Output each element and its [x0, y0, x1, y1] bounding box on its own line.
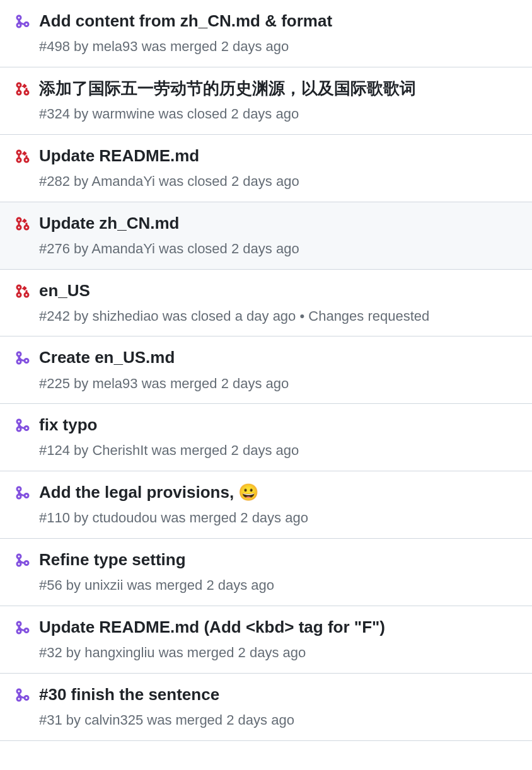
pr-time: 2 days ago — [221, 376, 289, 391]
pr-number[interactable]: #276 — [39, 241, 70, 256]
pr-time: 2 days ago — [226, 712, 294, 728]
pull-request-item[interactable]: Update README.md#282 by AmandaYi was clo… — [0, 135, 532, 202]
pull-request-content: Update README.md (Add <kbd> tag for "F")… — [39, 616, 522, 663]
git-merge-icon — [15, 687, 30, 703]
pull-request-content: en_US#242 by shizhediao was closed a day… — [39, 280, 522, 326]
pull-request-title[interactable]: 添加了国际五一劳动节的历史渊源，以及国际歌歌词 — [39, 78, 522, 100]
svg-point-17 — [25, 359, 28, 363]
svg-point-15 — [17, 352, 21, 356]
pull-request-meta: #498 by mela93 was merged 2 days ago — [39, 37, 522, 57]
pull-request-list: Add content from zh_CN.md & format#498 b… — [0, 0, 532, 741]
svg-point-23 — [25, 494, 28, 498]
svg-point-9 — [17, 218, 21, 222]
pull-request-title[interactable]: Add the legal provisions, 😀 — [39, 481, 522, 503]
pull-request-item[interactable]: #30 finish the sentence#31 by calvin325 … — [0, 674, 532, 741]
git-merge-icon — [15, 418, 30, 433]
svg-point-20 — [25, 427, 28, 430]
pr-number[interactable]: #31 — [39, 712, 62, 728]
pull-request-title[interactable]: fix typo — [39, 414, 522, 436]
pr-author[interactable]: unixzii — [84, 577, 123, 593]
pr-author[interactable]: calvin325 — [84, 712, 143, 728]
pull-request-item[interactable]: Add content from zh_CN.md & format#498 b… — [0, 0, 532, 67]
pr-number[interactable]: #124 — [39, 442, 70, 458]
svg-point-8 — [25, 158, 28, 162]
pull-request-title[interactable]: Refine type setting — [39, 549, 522, 571]
pull-request-item[interactable]: Update README.md (Add <kbd> tag for "F")… — [0, 606, 532, 674]
pull-request-content: Refine type setting#56 by unixzii was me… — [39, 549, 522, 595]
pr-time: 2 days ago — [238, 645, 306, 660]
pr-number[interactable]: #225 — [39, 376, 70, 391]
svg-point-32 — [25, 696, 28, 699]
pull-request-title[interactable]: Update README.md (Add <kbd> tag for "F") — [39, 616, 522, 638]
pr-action: was merged — [147, 712, 223, 728]
svg-point-16 — [17, 360, 21, 364]
svg-point-1 — [17, 23, 21, 27]
pr-time: a day ago — [235, 308, 296, 324]
pr-action: was merged — [142, 38, 217, 54]
git-pull-request-closed-icon — [15, 216, 30, 231]
pr-number[interactable]: #282 — [39, 173, 70, 189]
pr-number[interactable]: #324 — [39, 106, 70, 122]
pull-request-content: 添加了国际五一劳动节的历史渊源，以及国际歌歌词#324 by warmwine … — [39, 78, 522, 124]
pr-number[interactable]: #498 — [39, 38, 70, 54]
pr-number[interactable]: #242 — [39, 308, 70, 324]
pull-request-content: Update zh_CN.md#276 by AmandaYi was clos… — [39, 212, 522, 259]
pr-author[interactable]: mela93 — [92, 38, 137, 54]
pr-number[interactable]: #110 — [39, 510, 70, 526]
git-pull-request-closed-icon — [15, 81, 30, 96]
pull-request-meta: #124 by CherishIt was merged 2 days ago — [39, 441, 522, 461]
pull-request-title[interactable]: Update zh_CN.md — [39, 212, 522, 234]
pull-request-title[interactable]: #30 finish the sentence — [39, 684, 522, 706]
pull-request-title[interactable]: Add content from zh_CN.md & format — [39, 10, 522, 32]
pull-request-title[interactable]: en_US — [39, 280, 522, 302]
svg-point-5 — [25, 91, 28, 95]
pr-author[interactable]: ctudoudou — [92, 510, 157, 526]
git-merge-icon — [15, 350, 30, 365]
pull-request-content: Add content from zh_CN.md & format#498 b… — [39, 10, 522, 57]
pr-time: 2 days ago — [221, 38, 289, 54]
svg-point-2 — [25, 23, 28, 26]
pr-action: was closed — [159, 106, 228, 122]
svg-point-27 — [17, 622, 21, 626]
pr-author[interactable]: hangxingliu — [84, 645, 154, 660]
pull-request-item[interactable]: 添加了国际五一劳动节的历史渊源，以及国际歌歌词#324 by warmwine … — [0, 67, 532, 135]
pr-time: 2 days ago — [231, 442, 299, 458]
pull-request-meta: #56 by unixzii was merged 2 days ago — [39, 576, 522, 595]
svg-point-22 — [17, 495, 21, 498]
svg-point-14 — [25, 293, 28, 297]
svg-point-21 — [17, 487, 21, 491]
pull-request-title[interactable]: Create en_US.md — [39, 347, 522, 369]
pr-author[interactable]: shizhediao — [92, 308, 158, 324]
pull-request-content: Add the legal provisions, 😀#110 by ctudo… — [39, 481, 522, 528]
pull-request-meta: #31 by calvin325 was merged 2 days ago — [39, 711, 522, 730]
pr-author[interactable]: AmandaYi — [91, 241, 155, 256]
pull-request-content: Create en_US.md#225 by mela93 was merged… — [39, 347, 522, 393]
pr-author[interactable]: AmandaYi — [91, 173, 155, 189]
svg-point-30 — [17, 689, 21, 693]
pr-time: 2 days ago — [206, 577, 274, 593]
pull-request-item[interactable]: en_US#242 by shizhediao was closed a day… — [0, 270, 532, 337]
svg-point-24 — [17, 555, 21, 558]
pull-request-item[interactable]: Update zh_CN.md#276 by AmandaYi was clos… — [0, 202, 532, 270]
pr-number[interactable]: #32 — [39, 645, 62, 660]
svg-point-13 — [17, 293, 21, 297]
pr-action: was merged — [161, 510, 236, 526]
git-merge-icon — [15, 485, 30, 500]
pull-request-item[interactable]: Refine type setting#56 by unixzii was me… — [0, 539, 532, 606]
svg-point-10 — [17, 226, 21, 229]
svg-point-31 — [17, 697, 21, 701]
pull-request-title[interactable]: Update README.md — [39, 145, 522, 167]
pull-request-item[interactable]: Add the legal provisions, 😀#110 by ctudo… — [0, 471, 532, 539]
svg-point-28 — [17, 629, 21, 633]
pull-request-item[interactable]: fix typo#124 by CherishIt was merged 2 d… — [0, 404, 532, 471]
pr-action: was merged — [127, 577, 202, 593]
svg-point-6 — [17, 151, 21, 154]
svg-point-4 — [17, 91, 21, 95]
pr-author[interactable]: CherishIt — [92, 442, 147, 458]
pr-author[interactable]: warmwine — [92, 106, 154, 122]
git-merge-icon — [15, 14, 30, 29]
pr-action: was closed — [159, 173, 228, 189]
pr-number[interactable]: #56 — [39, 577, 62, 593]
pr-author[interactable]: mela93 — [92, 376, 137, 391]
pull-request-item[interactable]: Create en_US.md#225 by mela93 was merged… — [0, 336, 532, 404]
